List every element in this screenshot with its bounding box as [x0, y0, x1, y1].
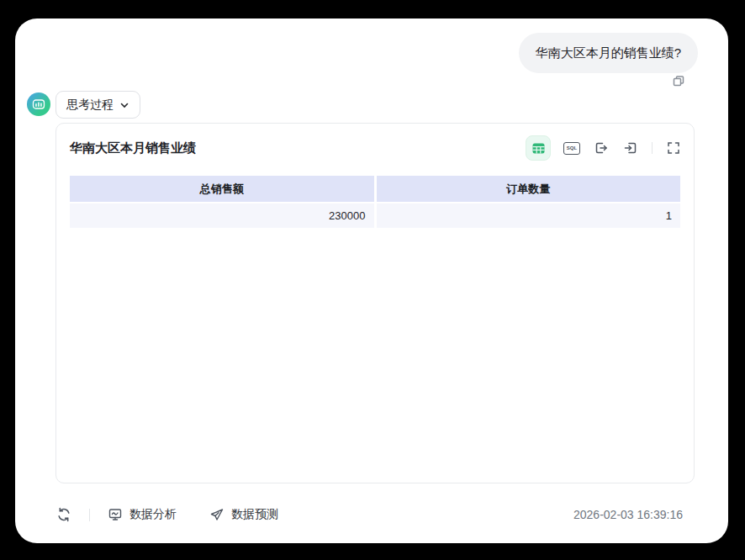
refresh-button[interactable]	[55, 506, 72, 523]
table-view-button[interactable]	[526, 135, 551, 161]
table-icon	[531, 141, 546, 156]
thinking-process-label: 思考过程	[66, 98, 114, 113]
toolbar-divider	[652, 142, 653, 154]
forecast-rocket-icon	[209, 506, 225, 523]
footer-divider	[89, 509, 90, 521]
export-button[interactable]	[593, 140, 610, 156]
refresh-icon	[56, 507, 71, 522]
card-toolbar: SQL	[526, 135, 682, 161]
result-table: 总销售额 订单数量 230000 1	[70, 176, 680, 228]
assistant-avatar	[27, 92, 50, 116]
sql-icon: SQL	[563, 142, 580, 155]
table-cell: 230000	[70, 203, 374, 228]
message-timestamp: 2026-02-03 16:39:16	[573, 508, 683, 521]
insert-button[interactable]	[622, 140, 639, 156]
user-message-bubble: 华南大区本月的销售业绩?	[519, 33, 698, 73]
card-title: 华南大区本月销售业绩	[70, 140, 196, 156]
table-row: 230000 1	[70, 203, 680, 228]
data-forecast-button[interactable]: 数据预测	[209, 506, 278, 523]
data-analysis-button[interactable]: 数据分析	[107, 506, 177, 523]
copy-icon[interactable]	[671, 74, 686, 89]
sql-view-button[interactable]: SQL	[563, 140, 580, 156]
fullscreen-button[interactable]	[665, 140, 682, 156]
chat-panel: 华南大区本月的销售业绩? 思考过程 华南大区本月销售业绩	[15, 18, 728, 543]
column-header: 订单数量	[377, 176, 681, 202]
fullscreen-icon	[667, 141, 680, 155]
export-icon	[594, 140, 609, 156]
insert-into-icon	[623, 140, 638, 156]
table-cell: 1	[377, 203, 681, 228]
column-header: 总销售额	[70, 176, 374, 202]
table-header-row: 总销售额 订单数量	[70, 176, 680, 202]
thinking-process-toggle[interactable]: 思考过程	[55, 91, 140, 119]
chevron-down-icon	[119, 100, 129, 110]
data-analysis-label: 数据分析	[129, 507, 177, 522]
result-card: 华南大区本月销售业绩 SQL	[55, 123, 695, 483]
analysis-chart-icon	[107, 506, 124, 523]
data-forecast-label: 数据预测	[231, 507, 278, 522]
message-footer: 数据分析 数据预测	[55, 499, 278, 530]
